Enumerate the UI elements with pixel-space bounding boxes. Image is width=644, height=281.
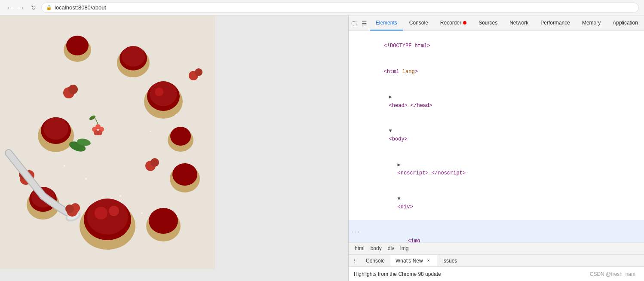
tab-sources[interactable]: Sources: [472, 15, 503, 31]
svg-point-15: [122, 46, 145, 67]
back-button[interactable]: ←: [5, 3, 14, 12]
bottom-content: Highlights from the Chrome 98 update CSD…: [349, 267, 644, 281]
devtools-panel: ⬚ ☰ Elements Console Recorder Sources Ne…: [348, 15, 644, 281]
devtools-code-panel: <!DOCTYPE html> <html lang> ▶ <head>…</h…: [349, 31, 644, 242]
lock-icon: 🔒: [46, 5, 52, 10]
svg-point-4: [95, 207, 107, 220]
tab-memory[interactable]: Memory: [576, 15, 607, 31]
main-area: ⬚ ☰ Elements Console Recorder Sources Ne…: [0, 15, 644, 281]
breadcrumb-html[interactable]: html: [352, 244, 367, 252]
svg-point-40: [97, 130, 102, 135]
reload-button[interactable]: ↻: [29, 3, 38, 12]
tab-console[interactable]: Console: [403, 15, 434, 31]
devtools-tabs: ⬚ ☰ Elements Console Recorder Sources Ne…: [349, 15, 644, 31]
breadcrumb-div[interactable]: div: [385, 244, 397, 252]
svg-point-9: [155, 88, 163, 96]
code-line-div-open[interactable]: ▼ <div>: [349, 186, 644, 220]
breadcrumb-body[interactable]: body: [368, 244, 384, 252]
devtools-bottom: ⋮ Console What's New × Issues Highlights…: [349, 254, 644, 281]
svg-point-3: [87, 199, 128, 235]
bottom-tabs: ⋮ Console What's New × Issues: [349, 255, 644, 267]
bottom-menu-button[interactable]: ⋮: [349, 255, 361, 266]
address-text: localhost:8080/about: [55, 4, 106, 11]
address-bar[interactable]: 🔒 localhost:8080/about: [41, 3, 639, 13]
tab-performance[interactable]: Performance: [534, 15, 576, 31]
code-line-img[interactable]: ··· <img src="/img/slyline.29df7781.jpg"…: [349, 220, 644, 242]
svg-point-33: [150, 158, 159, 167]
browser-chrome: ← → ↻ 🔒 localhost:8080/about: [0, 0, 644, 15]
svg-point-35: [195, 68, 202, 76]
svg-point-17: [66, 36, 89, 55]
food-image: [0, 15, 215, 269]
watermark: CSDN @fresh_nam: [590, 271, 639, 277]
svg-point-5: [109, 206, 119, 216]
svg-point-26: [149, 208, 178, 234]
recorder-dot-icon: [463, 21, 466, 24]
svg-point-47: [65, 205, 74, 213]
svg-point-53: [64, 165, 65, 167]
code-line-noscript[interactable]: ▶ <noscript>…</noscript>: [349, 153, 644, 186]
breadcrumb-img[interactable]: img: [398, 244, 411, 252]
svg-point-12: [43, 117, 68, 140]
svg-point-19: [172, 163, 197, 186]
device-toggle-button[interactable]: ☰: [359, 15, 369, 31]
tab-network[interactable]: Network: [503, 15, 534, 31]
svg-point-50: [85, 178, 87, 180]
svg-point-55: [176, 114, 177, 115]
tab-recorder[interactable]: Recorder: [434, 15, 472, 31]
inspect-element-button[interactable]: ⬚: [349, 15, 359, 31]
bottom-tab-console[interactable]: Console: [361, 255, 390, 266]
highlights-text: Highlights from the Chrome 98 update: [354, 271, 441, 277]
code-line-doctype: <!DOCTYPE html>: [349, 34, 644, 59]
page-content: [0, 15, 348, 281]
svg-point-54: [150, 131, 151, 132]
bottom-tab-issues[interactable]: Issues: [437, 255, 463, 266]
svg-point-21: [170, 127, 191, 146]
tab-application[interactable]: Application: [607, 15, 644, 31]
tab-elements[interactable]: Elements: [370, 15, 403, 31]
breadcrumb-bar: html body div img: [349, 242, 644, 254]
forward-button[interactable]: →: [17, 3, 26, 12]
code-line-head[interactable]: ▶ <head>…</head>: [349, 85, 644, 119]
svg-point-52: [141, 212, 143, 214]
code-line-html[interactable]: <html lang>: [349, 59, 644, 85]
close-whats-new-button[interactable]: ×: [426, 258, 432, 264]
bottom-tab-whats-new[interactable]: What's New ×: [390, 255, 437, 266]
code-line-body-open[interactable]: ▼ <body>: [349, 119, 644, 153]
svg-point-8: [150, 81, 177, 106]
svg-point-31: [68, 85, 78, 94]
svg-point-51: [120, 195, 121, 197]
